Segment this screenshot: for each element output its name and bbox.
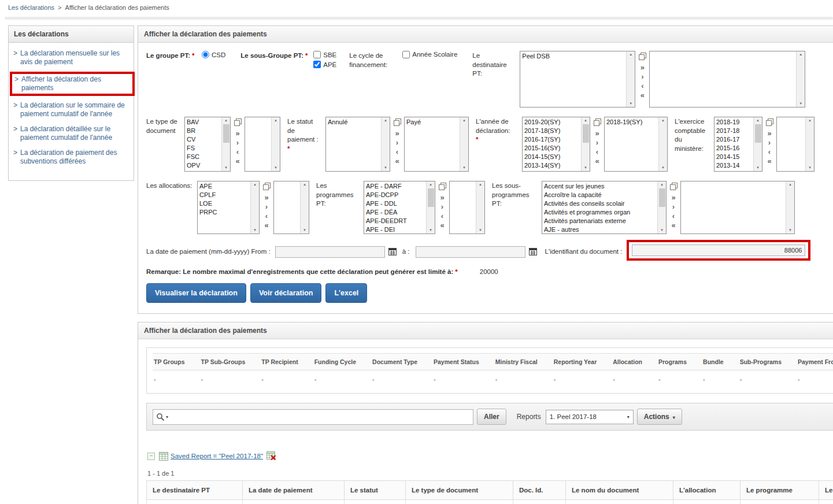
shuttle-remove-icon[interactable]: ‹ <box>396 149 398 155</box>
ape-checkbox[interactable] <box>313 61 321 68</box>
listbox-option[interactable]: PRPC <box>198 208 250 217</box>
scrollbar-up-icon[interactable]: ▲ <box>224 118 228 123</box>
shuttle-move-all-icon[interactable]: » <box>671 194 675 201</box>
column-header[interactable]: Le type de document <box>406 481 513 500</box>
shuttle-remove-all-icon[interactable]: « <box>641 92 645 99</box>
shuttle-remove-icon[interactable]: ‹ <box>641 83 643 90</box>
actions-button[interactable]: Actions▾ <box>637 409 682 425</box>
listbox-scrollbar[interactable]: ▲ ▼ <box>460 117 468 171</box>
scrollbar-down-icon[interactable]: ▼ <box>303 228 306 233</box>
listbox-option[interactable]: APE - DÉA <box>364 208 426 217</box>
shuttle-remove-all-icon[interactable]: « <box>235 158 239 165</box>
scrollbar-down-icon[interactable]: ▼ <box>253 228 257 233</box>
allocations-listbox[interactable]: APECPLFLOEPRPC ▲ ▼ <box>197 181 260 234</box>
shuttle-reset-icon[interactable] <box>594 118 601 128</box>
shuttle-move-all-icon[interactable]: » <box>595 130 599 137</box>
programs-listbox[interactable]: APE - DARFAPE-DCPPAPE - DDLAPE - DÉAAPE-… <box>364 181 435 234</box>
shuttle-move-all-icon[interactable]: » <box>235 130 239 137</box>
scrollbar-up-icon[interactable]: ▲ <box>429 182 432 187</box>
scrollbar-up-icon[interactable]: ▲ <box>788 182 792 187</box>
scrollbar-up-icon[interactable]: ▲ <box>808 118 812 123</box>
listbox-scrollbar[interactable]: ▲ ▼ <box>786 181 794 234</box>
listbox-option[interactable]: Activités et programmes organ <box>542 208 657 217</box>
remove-report-icon[interactable] <box>266 451 276 461</box>
csd-radio[interactable] <box>202 51 209 58</box>
shuttle-reset-icon[interactable] <box>670 182 677 192</box>
scrollbar-down-icon[interactable]: ▼ <box>788 228 792 233</box>
shuttle-reset-icon[interactable] <box>263 182 271 192</box>
scrollbar-down-icon[interactable]: ▼ <box>462 165 466 171</box>
scrollbar-up-icon[interactable]: ▲ <box>756 118 760 123</box>
listbox-scrollbar[interactable]: ▲ ▼ <box>753 117 762 171</box>
scrollbar-up-icon[interactable]: ▲ <box>253 182 257 187</box>
listbox-option[interactable]: APE-DCPP <box>364 191 426 199</box>
sidebar-item-afficher-declaration[interactable]: >Afficher la déclaration des paiements <box>14 75 130 92</box>
scrollbar-down-icon[interactable]: ▼ <box>661 165 665 171</box>
scrollbar-down-icon[interactable]: ▼ <box>756 165 760 171</box>
ministry-fiscal-selected-listbox[interactable]: ▲ ▼ <box>776 117 815 172</box>
scrollbar-down-icon[interactable]: ▼ <box>629 101 632 106</box>
ape-checkbox-option[interactable]: APÉ <box>313 61 336 68</box>
scrollbar-down-icon[interactable]: ▼ <box>479 228 482 233</box>
payment-date-to-input[interactable] <box>416 246 525 258</box>
shuttle-remove-all-icon[interactable]: « <box>264 222 268 229</box>
shuttle-move-icon[interactable]: › <box>441 203 443 210</box>
listbox-option[interactable]: 2017-18 <box>714 127 753 135</box>
shuttle-remove-all-icon[interactable]: « <box>595 158 599 165</box>
listbox-option[interactable]: Activités des conseils scolair <box>542 199 657 208</box>
scrollbar-up-icon[interactable]: ▲ <box>661 118 665 123</box>
listbox-option[interactable]: CV <box>185 135 221 144</box>
shuttle-move-all-icon[interactable]: » <box>264 194 268 201</box>
scrollbar-down-icon[interactable]: ▼ <box>799 101 802 106</box>
scrollbar-down-icon[interactable]: ▼ <box>660 228 664 233</box>
listbox-option[interactable]: 2013-14(SY) <box>523 161 581 170</box>
scrollbar-down-icon[interactable]: ▼ <box>224 165 228 171</box>
listbox-option[interactable]: APE <box>198 182 250 191</box>
excel-button[interactable]: L'excel <box>325 283 367 303</box>
sidebar-item-declaration-mensuelle[interactable]: >La déclaration mensuelle sur les avis d… <box>13 49 129 66</box>
school-year-checkbox[interactable] <box>402 51 410 58</box>
sidebar-item-label[interactable]: Afficher la déclaration des paiements <box>21 75 130 92</box>
listbox-option[interactable]: 2014-15 <box>714 153 753 161</box>
listbox-option[interactable]: LOE <box>198 199 250 208</box>
sidebar-item-label[interactable]: La déclaration de paiement des subventio… <box>20 149 129 166</box>
shuttle-move-all-icon[interactable]: » <box>641 64 645 71</box>
sidebar-item-subventions-differees[interactable]: >La déclaration de paiement des subventi… <box>13 149 129 166</box>
listbox-scrollbar[interactable]: ▲ ▼ <box>271 117 280 171</box>
payment-status-listbox[interactable]: Annulé ▲ ▼ <box>325 117 390 172</box>
scrollbar-down-icon[interactable]: ▼ <box>274 165 277 171</box>
listbox-option[interactable]: BR <box>185 127 221 135</box>
column-header[interactable]: Le programme <box>741 481 819 500</box>
listbox-option[interactable]: 2016-17 <box>714 135 753 144</box>
allocations-selected-listbox[interactable]: ▲ ▼ <box>273 181 309 234</box>
listbox-option[interactable]: 2013-14 <box>714 161 753 170</box>
listbox-option[interactable]: 2016-17(SY) <box>523 135 581 144</box>
reporting-year-selected-listbox[interactable]: 2018-19(SY) ▲ ▼ <box>604 117 668 172</box>
reporting-year-listbox[interactable]: 2019-20(SY)2017-18(SY)2016-17(SY)2015-16… <box>522 117 590 172</box>
listbox-scrollbar[interactable]: ▲ ▼ <box>658 117 667 171</box>
shuttle-remove-icon[interactable]: ‹ <box>672 213 675 220</box>
scrollbar-up-icon[interactable]: ▲ <box>479 182 482 187</box>
search-options-button[interactable]: ▾ <box>156 413 168 421</box>
scrollbar-up-icon[interactable]: ▲ <box>629 52 632 57</box>
listbox-option[interactable]: Activités partenariats externe <box>542 217 657 225</box>
sidebar-item-label[interactable]: La déclaration sur le sommaire de paieme… <box>20 101 129 118</box>
listbox-option[interactable]: APE - DEI <box>364 225 426 234</box>
shuttle-move-icon[interactable]: › <box>596 139 598 146</box>
calendar-icon[interactable] <box>529 247 537 258</box>
listbox-scrollbar[interactable]: ▲ ▼ <box>300 181 309 234</box>
shuttle-move-all-icon[interactable]: » <box>440 194 444 201</box>
sidebar-item-detaillee-cumulatif[interactable]: >La déclaration détaillée sur le paiemen… <box>13 125 129 142</box>
scrollbar-thumb[interactable] <box>583 124 589 143</box>
sidebar-item-label[interactable]: La déclaration détaillée sur le paiement… <box>20 125 129 142</box>
listbox-scrollbar[interactable]: ▲ ▼ <box>657 181 666 234</box>
breadcrumb-parent[interactable]: Les déclarations <box>8 4 54 11</box>
shuttle-remove-icon[interactable]: ‹ <box>768 149 771 155</box>
reports-select[interactable]: 1. Peel 2017-18▾ <box>546 410 634 424</box>
listbox-option[interactable]: APE - DDL <box>364 199 426 208</box>
shuttle-move-all-icon[interactable]: » <box>767 130 771 137</box>
scrollbar-down-icon[interactable]: ▼ <box>808 165 812 171</box>
shuttle-remove-all-icon[interactable]: « <box>440 222 444 229</box>
shuttle-move-icon[interactable]: › <box>265 203 268 210</box>
sbe-checkbox-option[interactable]: SBE <box>313 51 336 58</box>
